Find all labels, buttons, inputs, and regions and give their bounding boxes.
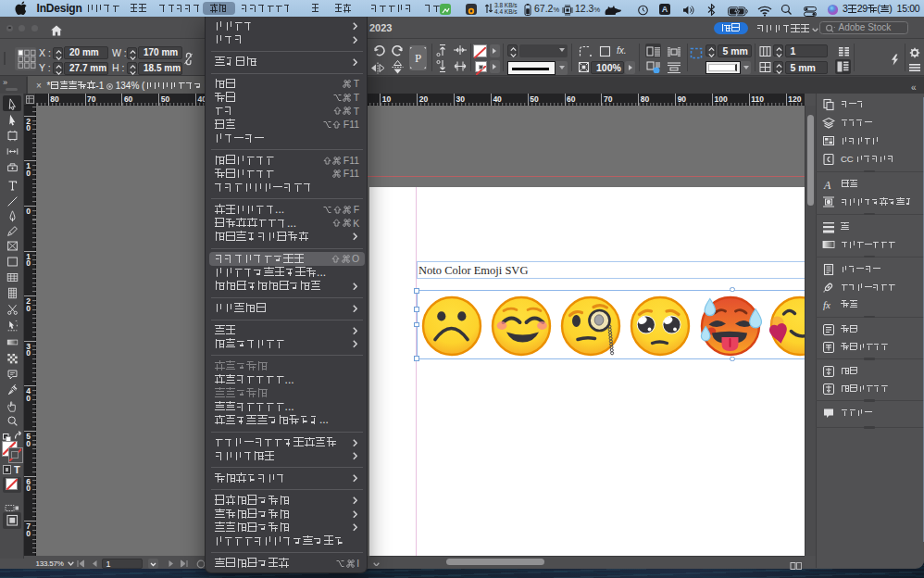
svg-text:fx: fx (823, 299, 830, 310)
svg-text:A: A (823, 178, 831, 191)
